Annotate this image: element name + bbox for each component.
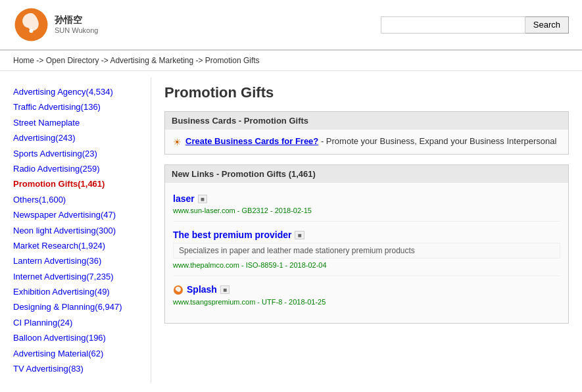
svg-point-1	[30, 29, 34, 33]
biz-icon: ☀	[173, 137, 182, 147]
logo-icon	[13, 7, 49, 43]
sidebar-link-lantern[interactable]: Lantern Advertising(36)	[13, 253, 137, 268]
breadcrumb-sep1: ->	[36, 56, 45, 65]
link-entry-splash: Splash ■ www.tsangspremium.com - UTF-8 -…	[173, 280, 560, 312]
breadcrumb-home[interactable]: Home	[13, 56, 34, 65]
sidebar-link-advertising-agency[interactable]: Advertising Agency(4,534)	[13, 84, 137, 99]
link-name-laser[interactable]: laser	[173, 193, 195, 204]
link-flag-splash: ■	[220, 285, 230, 294]
sidebar-link-promotion-gifts[interactable]: Promotion Gifts(1,461)	[13, 176, 137, 191]
biz-link[interactable]: Create Business Cards for Free?	[185, 136, 318, 146]
sidebar-link-ci[interactable]: CI Planning(24)	[13, 315, 137, 330]
link-title-laser: laser ■	[173, 193, 560, 204]
sidebar: Advertising Agency(4,534) Traffic Advert…	[0, 78, 151, 383]
link-title-premium: The best premium provider ■	[173, 230, 560, 240]
main: Advertising Agency(4,534) Traffic Advert…	[0, 71, 582, 389]
business-cards-header: Business Cards - Promotion Gifts	[165, 112, 568, 130]
link-entry-premium: The best premium provider ■ Specializes …	[173, 226, 560, 276]
search-input[interactable]	[381, 16, 525, 34]
link-meta-splash: www.tsangspremium.com - UTF-8 - 2018-01-…	[173, 298, 560, 306]
biz-description: - Promote your Business, Expand your Bus…	[321, 136, 556, 146]
link-flag-premium: ■	[295, 231, 304, 239]
sidebar-link-radio[interactable]: Radio Advertising(259)	[13, 161, 137, 176]
link-flag-laser: ■	[198, 195, 207, 203]
sidebar-link-street[interactable]: Street Nameplate Advertising(243)	[13, 115, 137, 146]
sidebar-link-designing[interactable]: Designing & Planning(6,947)	[13, 299, 137, 314]
breadcrumb: Home -> Open Directory -> Advertising & …	[0, 51, 582, 71]
breadcrumb-sep2: ->	[101, 56, 110, 65]
new-links-section: New Links - Promotion Gifts (1,461) lase…	[164, 164, 569, 324]
biz-entry: ☀ Create Business Cards for Free? - Prom…	[173, 136, 560, 147]
new-links-body: laser ■ www.sun-laser.com - GB2312 - 201…	[165, 183, 568, 323]
link-entry-laser: laser ■ www.sun-laser.com - GB2312 - 201…	[173, 189, 560, 222]
logo-area: 孙悟空 SUN Wukong	[13, 7, 98, 43]
business-cards-section: Business Cards - Promotion Gifts ☀ Creat…	[164, 111, 569, 155]
breadcrumb-current: Promotion Gifts	[205, 56, 260, 65]
biz-entry-content: Create Business Cards for Free? - Promot…	[185, 136, 556, 146]
sidebar-link-market[interactable]: Market Research(1,924)	[13, 238, 137, 253]
business-cards-body: ☀ Create Business Cards for Free? - Prom…	[165, 130, 568, 154]
link-title-splash: Splash ■	[173, 284, 560, 295]
sidebar-link-newspaper[interactable]: Newspaper Advertising(47)	[13, 207, 137, 222]
link-meta-premium: www.thepalmco.com - ISO-8859-1 - 2018-02…	[173, 261, 560, 269]
page-title: Promotion Gifts	[164, 84, 569, 101]
search-form: Search	[381, 16, 569, 34]
sidebar-link-adv-material[interactable]: Advertising Material(62)	[13, 346, 137, 361]
logo-text: 孙悟空 SUN Wukong	[55, 14, 98, 35]
sidebar-link-exhibition[interactable]: Exhibition Advertising(49)	[13, 284, 137, 299]
sidebar-link-internet[interactable]: Internet Advertising(7,235)	[13, 269, 137, 284]
sidebar-link-others[interactable]: Others(1,600)	[13, 192, 137, 207]
header: 孙悟空 SUN Wukong Search	[0, 0, 582, 51]
content: Promotion Gifts Business Cards - Promoti…	[151, 78, 582, 383]
sidebar-link-tv[interactable]: TV Advertising(83)	[13, 361, 137, 376]
breadcrumb-open-directory[interactable]: Open Directory	[46, 56, 99, 65]
search-button[interactable]: Search	[525, 16, 569, 34]
sidebar-link-traffic[interactable]: Traffic Advertising(136)	[13, 99, 137, 114]
new-links-header: New Links - Promotion Gifts (1,461)	[165, 165, 568, 183]
breadcrumb-sep3: ->	[196, 56, 205, 65]
sidebar-link-balloon[interactable]: Balloon Advertising(196)	[13, 330, 137, 345]
splash-icon	[173, 284, 183, 295]
link-desc-premium: Specializes in paper and leather made st…	[173, 243, 560, 258]
link-name-premium[interactable]: The best premium provider	[173, 230, 291, 240]
sidebar-link-sports[interactable]: Sports Advertising(23)	[13, 146, 137, 161]
breadcrumb-advertising[interactable]: Advertising & Marketing	[110, 56, 193, 65]
sidebar-link-neon[interactable]: Neon light Advertising(300)	[13, 223, 137, 238]
link-name-splash[interactable]: Splash	[187, 284, 217, 295]
link-meta-laser: www.sun-laser.com - GB2312 - 2018-02-15	[173, 207, 560, 214]
